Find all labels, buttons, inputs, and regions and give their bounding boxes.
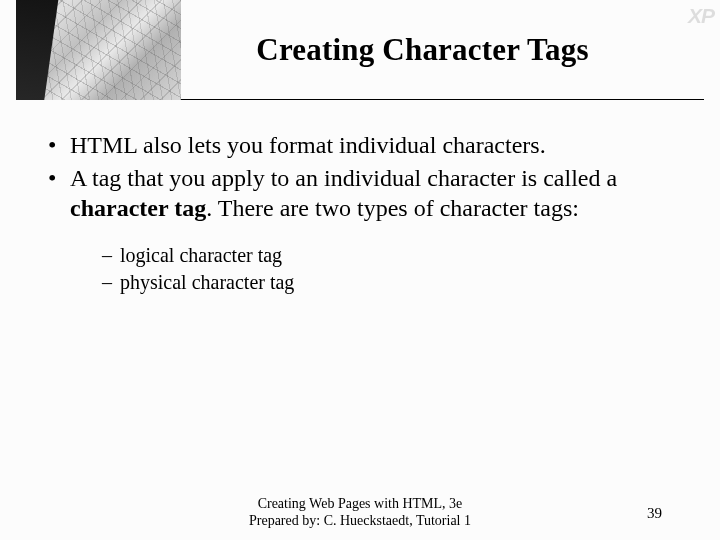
sub-bullet-item: physical character tag xyxy=(102,269,672,296)
slide-title: Creating Character Tags xyxy=(181,32,664,68)
bullet-text-post: . There are two types of character tags: xyxy=(206,195,579,221)
slide-content: HTML also lets you format individual cha… xyxy=(0,100,720,296)
bullet-item: HTML also lets you format individual cha… xyxy=(48,130,672,161)
bullet-text: HTML also lets you format individual cha… xyxy=(70,132,546,158)
xp-badge: XP xyxy=(688,4,714,28)
sub-bullet-item: logical character tag xyxy=(102,242,672,269)
sub-bullet-text: physical character tag xyxy=(120,271,294,293)
footer-line-2: Prepared by: C. Hueckstaedt, Tutorial 1 xyxy=(0,513,720,530)
bullet-item: A tag that you apply to an individual ch… xyxy=(48,163,672,296)
footer-line-1: Creating Web Pages with HTML, 3e xyxy=(0,496,720,513)
sub-bullet-list: logical character tag physical character… xyxy=(102,242,672,296)
main-bullet-list: HTML also lets you format individual cha… xyxy=(48,130,672,296)
slide-header: Creating Character Tags xyxy=(16,0,704,100)
title-container: Creating Character Tags xyxy=(181,32,704,68)
sub-bullet-text: logical character tag xyxy=(120,244,282,266)
bullet-text-pre: A tag that you apply to an individual ch… xyxy=(70,165,617,191)
page-number: 39 xyxy=(647,505,662,522)
decorative-image xyxy=(16,0,181,100)
bold-term: character tag xyxy=(70,195,206,221)
slide-footer: Creating Web Pages with HTML, 3e Prepare… xyxy=(0,496,720,530)
